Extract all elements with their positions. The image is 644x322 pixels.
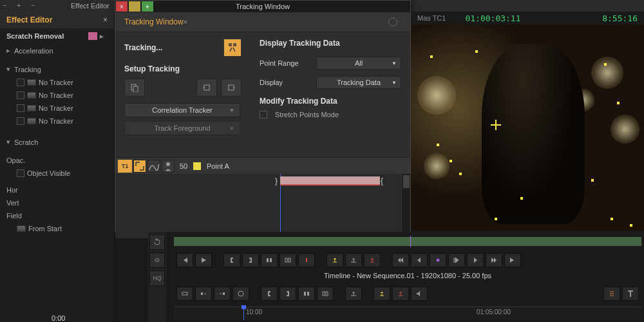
master-timecode[interactable]: 01:00:03:11: [465, 14, 520, 23]
overwrite-button[interactable]: [364, 253, 381, 267]
stretch-mode-row[interactable]: Stretch Points Mode: [260, 111, 401, 118]
scratch-row[interactable]: ▾ Scratch: [0, 135, 114, 149]
step-fwd2-button[interactable]: [467, 253, 484, 267]
tracking-point[interactable]: [630, 224, 632, 227]
collapse-icon[interactable]: ▾: [6, 65, 12, 73]
video-viewport[interactable]: [411, 24, 644, 231]
copy-tracker-button[interactable]: [124, 79, 145, 97]
hq-button[interactable]: HQ: [149, 270, 165, 286]
clear-both-button[interactable]: [317, 287, 334, 301]
mark-clip-button[interactable]: [261, 253, 278, 267]
step-back-button[interactable]: [411, 253, 428, 267]
track-out-bracket[interactable]: {: [381, 176, 383, 185]
step-fwd-button[interactable]: [448, 253, 465, 267]
close-icon[interactable]: ×: [103, 15, 108, 24]
start-tracking-button[interactable]: [223, 39, 242, 57]
extract-button[interactable]: [327, 253, 343, 267]
timeline-playhead[interactable]: [243, 307, 244, 320]
tracking-point[interactable]: [604, 63, 607, 66]
trim-button[interactable]: [232, 287, 249, 301]
tracker-checkbox[interactable]: [17, 79, 24, 86]
splice-button[interactable]: [214, 287, 231, 301]
position-track[interactable]: [174, 237, 641, 246]
audio-track-button[interactable]: [392, 287, 409, 301]
window-minimize-button[interactable]: −: [129, 1, 140, 12]
tracking-point[interactable]: [437, 144, 439, 146]
segment-mode-button[interactable]: [176, 287, 193, 301]
go-start-button[interactable]: [176, 253, 193, 267]
play-button[interactable]: [195, 253, 212, 267]
scratch-removal-menu-icon[interactable]: ▸: [100, 32, 108, 40]
track-in-bracket[interactable]: }: [275, 176, 278, 185]
tracker-color-swatch[interactable]: [193, 162, 202, 171]
insert-button[interactable]: [195, 287, 212, 301]
acceleration-row[interactable]: ▸ Acceleration: [0, 44, 114, 57]
collapse-icon[interactable]: ▾: [6, 138, 12, 146]
mute-button[interactable]: [411, 287, 428, 301]
position-playhead[interactable]: [410, 236, 411, 247]
from-start-row[interactable]: From Start: [0, 222, 114, 235]
tracking-point[interactable]: [459, 173, 462, 175]
rewind-button[interactable]: [392, 253, 409, 267]
tracker-checkbox[interactable]: [17, 104, 24, 112]
lift-button[interactable]: [345, 253, 362, 267]
tracking-point[interactable]: [430, 55, 433, 58]
tracker-t1-button[interactable]: T1: [118, 160, 132, 173]
tracker-out-button[interactable]: [221, 79, 242, 97]
window-titlebar[interactable]: × − + Tracking Window: [115, 1, 410, 12]
window-close-button[interactable]: ×: [116, 1, 128, 12]
tracking-point[interactable]: [611, 218, 613, 220]
tracker-value[interactable]: 50: [176, 162, 191, 170]
window-maximize-button[interactable]: +: [142, 1, 153, 12]
go-end-button[interactable]: [504, 253, 521, 267]
object-visible-row[interactable]: Object Visible: [0, 167, 114, 180]
link-button[interactable]: [149, 252, 165, 268]
tracker-item-4[interactable]: No Tracker: [0, 115, 114, 128]
tracking-point[interactable]: [495, 218, 497, 220]
tracker-item-1[interactable]: No Tracker: [0, 76, 114, 89]
minus-icon[interactable]: −: [3, 1, 12, 10]
tracker-in-button[interactable]: [196, 79, 217, 97]
mark-clip-button-2[interactable]: [298, 287, 315, 301]
add-keyframe-button[interactable]: [430, 253, 446, 267]
minus-icon-2[interactable]: −: [31, 1, 40, 10]
tracking-point[interactable]: [520, 197, 523, 200]
duration-timecode[interactable]: 8:55:16: [602, 14, 638, 23]
mark-out-button-2[interactable]: [279, 287, 296, 301]
mark-in-button-2[interactable]: [261, 287, 278, 301]
tracker-timeline[interactable]: } {: [115, 174, 410, 238]
cycle-button[interactable]: [149, 234, 165, 250]
tracking-crosshair[interactable]: [491, 120, 501, 130]
object-visible-checkbox[interactable]: [17, 169, 24, 177]
display-dropdown[interactable]: Tracking Data ▼: [316, 76, 401, 89]
tracker-point-name[interactable]: Point A: [207, 162, 245, 170]
options-icon[interactable]: [388, 17, 397, 26]
tracking-row[interactable]: ▾ Tracking: [0, 62, 114, 76]
ffwd-button[interactable]: [486, 253, 502, 267]
track-range-bar[interactable]: [280, 176, 380, 185]
mark-in-button[interactable]: [223, 253, 240, 267]
extract-button-2[interactable]: [345, 287, 362, 301]
tracker-type-dropdown[interactable]: Correlation Tracker ▼: [124, 103, 240, 117]
clear-marks-button[interactable]: [279, 253, 296, 267]
tracking-point[interactable]: [617, 102, 620, 104]
tracker-scrollbar[interactable]: [401, 174, 410, 238]
tracker-graph-button[interactable]: [147, 160, 160, 173]
timecode-label[interactable]: Mas TC1: [417, 14, 446, 22]
list-view-button[interactable]: [603, 287, 620, 301]
tracker-checkbox[interactable]: [17, 91, 24, 99]
tracking-point[interactable]: [450, 160, 452, 162]
plus-icon[interactable]: +: [17, 1, 26, 10]
stretch-mode-checkbox[interactable]: [260, 111, 267, 118]
text-tool-button[interactable]: T: [622, 287, 639, 301]
record-button[interactable]: [298, 253, 315, 267]
scrollbar-thumb[interactable]: [403, 175, 410, 188]
tracking-point[interactable]: [475, 50, 478, 53]
tracker-checkbox[interactable]: [17, 117, 24, 125]
expand-icon[interactable]: ▸: [6, 46, 12, 55]
close-icon[interactable]: ×: [184, 18, 187, 26]
tracker-person-button[interactable]: [162, 160, 175, 173]
point-range-dropdown[interactable]: All ▼: [316, 57, 401, 70]
track-target-dropdown[interactable]: Track Foreground ▼: [124, 121, 240, 135]
tracker-enable-button[interactable]: [133, 160, 146, 173]
